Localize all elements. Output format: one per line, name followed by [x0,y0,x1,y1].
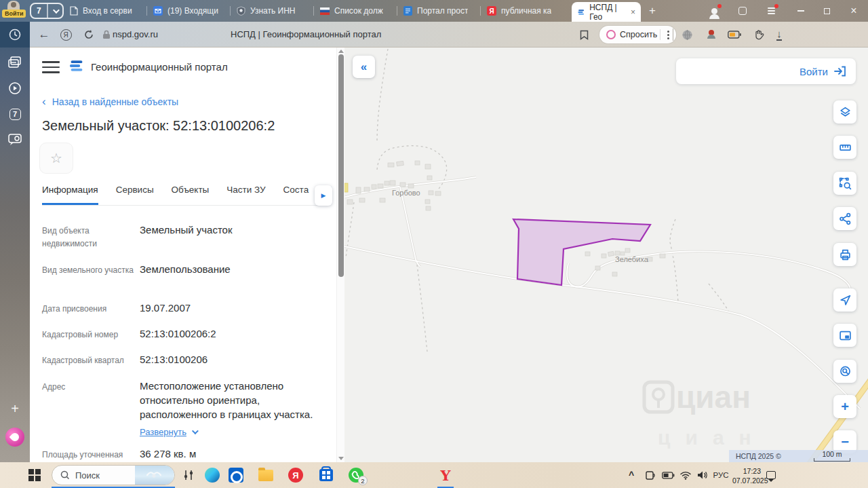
expand-link[interactable]: Развернуть [140,427,197,437]
taskbar-search[interactable]: Поиск [52,465,175,485]
share-tool-button[interactable] [833,207,856,230]
hamburger-menu-button[interactable] [42,61,60,73]
scrollbar-thumb[interactable] [338,54,344,277]
tray-expand-button[interactable]: ^ [624,468,639,482]
zoom-in-button[interactable]: + [833,395,856,418]
window-maximize-button[interactable] [818,3,835,19]
tab-composition[interactable]: Соста [283,185,309,205]
select-area-tool-button[interactable] [833,172,856,195]
panel-scrollbar[interactable] [336,48,344,462]
search-highlight-image[interactable] [135,465,174,485]
play-icon [8,81,22,95]
globe-extension-icon[interactable] [678,26,696,43]
layers-tool-button[interactable] [833,100,856,124]
file-explorer-icon[interactable] [258,467,274,483]
favorite-button[interactable]: ☆ [39,143,73,174]
window-minimize-button[interactable] [792,3,810,19]
geo-search-icon [839,365,852,378]
tabs-count-button[interactable]: 7 [5,105,24,124]
window-close-button[interactable]: × [845,3,863,19]
ask-alice-button[interactable]: Спросить [599,26,676,43]
browser-menu-button[interactable] [762,3,780,19]
tab-objects[interactable]: Объекты [172,185,210,205]
measure-tool-button[interactable] [833,136,856,159]
profile-menu-button[interactable] [705,3,723,19]
tabs-scroll-right-button[interactable]: ▶ [315,185,332,206]
clock-icon [8,28,22,41]
tab-information[interactable]: Информация [42,185,98,205]
browser-tab-5[interactable]: Портал прост [398,0,478,22]
scroll-up-icon[interactable] [338,50,344,53]
download-icon: ↓ [776,29,782,41]
alice-button[interactable] [5,428,24,447]
language-indicator[interactable]: РУС [711,468,731,482]
cast-device-icon[interactable] [643,468,658,482]
yandex-search-button[interactable]: Я [57,26,75,43]
browser-window: Войти 7 Вход в серви (19) Входящи Узнать… [0,0,868,488]
minus-icon: − [841,434,849,450]
collapse-panel-button[interactable]: « [353,56,375,78]
portal-title: Геоинформационный портал [91,61,228,73]
task-view-button[interactable] [180,467,197,483]
battery-extension-icon[interactable] [726,26,743,43]
screenshot-chat-button[interactable] [5,130,24,149]
yandex-app-icon[interactable]: Я [288,467,304,483]
bookmark-button[interactable] [575,26,593,43]
refresh-button[interactable] [80,26,98,43]
refresh-icon [83,29,94,40]
browser-tab-1[interactable]: Вход в серви [64,0,144,22]
browser-tab-3[interactable]: Узнать ИНН [231,0,311,22]
feed-panels-button[interactable] [5,53,24,72]
map-login-button[interactable]: Войти [676,58,856,84]
url-text[interactable]: nspd.gov.ru [113,29,158,39]
browser-tab-2[interactable]: (19) Входящи [148,0,228,22]
hand-extension-icon[interactable] [750,26,768,43]
add-panel-button[interactable]: + [5,399,24,418]
start-button[interactable] [26,468,43,483]
village-label: Зелебиха [615,255,649,263]
volume-icon[interactable] [695,468,710,482]
edge-icon[interactable] [204,467,220,483]
tab-counter-button[interactable]: 7 [30,3,64,19]
chevron-down-icon[interactable] [48,9,62,14]
alice-sparkle-icon [606,30,616,39]
locate-tool-button[interactable] [833,288,856,312]
browser-profile-button[interactable]: Войти [1,1,27,21]
scroll-down-icon[interactable] [338,457,344,460]
field-row: Кадастровый квартал 52:13:0100206 [42,352,327,379]
outlook-icon[interactable] [228,467,244,483]
wifi-icon[interactable] [678,468,693,482]
extension-icon[interactable] [703,26,720,43]
new-tab-button[interactable]: + [644,3,660,19]
overview-map-tool-button[interactable] [833,324,856,347]
yandex-browser-icon[interactable]: Y [437,467,454,483]
browser-tab-4[interactable]: Список долж [315,0,395,22]
browser-tab-active[interactable]: НСПД | Гео × [572,2,641,22]
more-options-icon[interactable] [663,31,673,39]
taskbar-clock[interactable]: 17:23 07.07.2025 [732,466,761,485]
village-label: Горбово [392,189,420,197]
microsoft-store-icon[interactable] [318,467,334,483]
downloads-button[interactable]: ↓ [770,26,788,43]
side-panel-button[interactable] [734,3,751,19]
history-button[interactable] [0,22,30,48]
map-area[interactable]: Горбово Зелебиха циан циан « Войти [344,48,868,462]
browser-tab-6[interactable]: Я публичная ка [481,0,561,22]
field-row: Вид объекта недвижимости Земельный участ… [42,223,327,262]
notification-icon [766,471,776,479]
close-icon[interactable]: × [631,7,635,17]
back-button[interactable]: ← [35,26,53,43]
video-button[interactable] [5,79,24,98]
search-on-map-tool-button[interactable] [833,360,856,383]
tab-services[interactable]: Сервисы [116,185,154,205]
field-row-address: Адрес Местоположение установлено относит… [42,379,327,447]
whatsapp-icon[interactable]: 2 [348,467,364,483]
svg-text:циан: циан [676,379,751,415]
print-tool-button[interactable] [833,243,856,266]
notifications-button[interactable] [764,468,778,482]
minimap-icon [839,329,852,342]
login-icon [834,66,846,77]
back-to-results-link[interactable]: ‹ Назад в найденные объекты [42,96,178,107]
battery-icon[interactable] [660,468,675,482]
tab-parts[interactable]: Части ЗУ [226,185,265,205]
